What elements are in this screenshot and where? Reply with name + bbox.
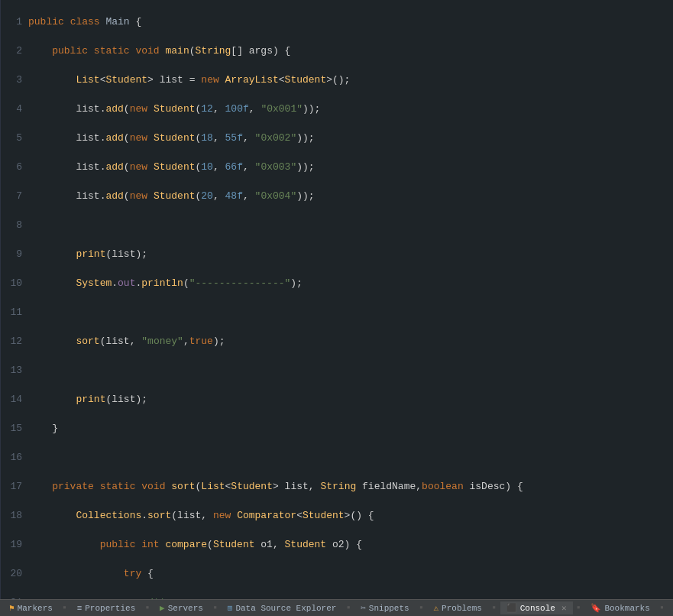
- tab-properties[interactable]: ≡ Properties: [71, 602, 142, 614]
- code-line-15: 15 }: [7, 421, 673, 436]
- code-line-1: 1public class Main {: [7, 15, 673, 29]
- tab-markers[interactable]: ⚑ Markers: [3, 601, 59, 614]
- markers-icon: ⚑: [9, 603, 15, 613]
- bookmarks-icon: 🔖: [590, 603, 601, 613]
- code-line-21: 21 /**: [7, 595, 673, 599]
- code-line-19: 19 public int compare(Student o1, Studen…: [7, 537, 673, 552]
- code-line-8: 8: [7, 218, 673, 232]
- tab-servers[interactable]: ▶ Servers: [154, 601, 209, 614]
- code-line-4: 4 list.add(new Student(12, 100f, "0x001"…: [7, 102, 673, 116]
- servers-icon: ▶: [160, 603, 165, 613]
- tab-console-label: Console: [520, 604, 555, 613]
- code-line-18: 18 Collections.sort(list, new Comparator…: [7, 508, 673, 523]
- tab-markers-label: Markers: [18, 604, 53, 613]
- tab-console[interactable]: ⬛ Console ✕: [500, 601, 573, 614]
- console-icon: ⬛: [506, 603, 517, 613]
- tab-progress[interactable]: Pro...: [668, 602, 673, 614]
- code-line-11: 11: [7, 305, 673, 319]
- code-line-13: 13: [7, 363, 673, 378]
- code-line-7: 7 list.add(new Student(20, 48f, "0x004")…: [7, 189, 673, 203]
- tab-snippets[interactable]: ✂ Snippets: [354, 601, 415, 614]
- code-line-6: 6 list.add(new Student(10, 66f, "0x003")…: [7, 160, 673, 174]
- tab-datasource-label: Data Source Explorer: [235, 604, 336, 613]
- tab-bookmarks-label: Bookmarks: [604, 604, 649, 613]
- bottom-toolbar: ⚑ Markers ▪ ≡ Properties ▪ ▶ Servers ▪ ⊞…: [0, 599, 673, 616]
- code-line-17: 17 private static void sort(List<Student…: [7, 479, 673, 494]
- problems-icon: ⚠: [433, 603, 438, 613]
- tab-servers-label: Servers: [168, 604, 203, 613]
- properties-icon: ≡: [77, 604, 83, 613]
- code-line-20: 20 try {: [7, 566, 673, 581]
- code-line-2: 2 public static void main(String[] args)…: [7, 44, 673, 58]
- code-line-12: 12 sort(list, "money",true);: [7, 334, 673, 349]
- datasource-icon: ⊞: [228, 603, 233, 613]
- code-line-3: 3 List<Student> list = new ArrayList<Stu…: [7, 73, 673, 87]
- code-line-10: 10 System.out.println("---------------")…: [7, 276, 673, 290]
- code-content: 1public class Main { 2 public static voi…: [1, 0, 673, 599]
- code-line-5: 5 list.add(new Student(18, 55f, "0x002")…: [7, 131, 673, 145]
- tab-snippets-label: Snippets: [369, 604, 409, 613]
- code-line-16: 16: [7, 450, 673, 465]
- tab-properties-label: Properties: [85, 604, 135, 613]
- snippets-icon: ✂: [361, 603, 366, 613]
- tab-problems[interactable]: ⚠ Problems: [427, 601, 487, 614]
- code-editor[interactable]: 1public class Main { 2 public static voi…: [0, 0, 673, 599]
- console-close-icon[interactable]: ✕: [561, 603, 567, 613]
- tab-datasource[interactable]: ⊞ Data Source Explorer: [222, 601, 343, 614]
- tab-bookmarks[interactable]: 🔖 Bookmarks: [584, 601, 655, 614]
- code-line-14: 14 print(list);: [7, 392, 673, 407]
- tab-problems-label: Problems: [442, 604, 482, 613]
- code-line-9: 9 print(list);: [7, 247, 673, 261]
